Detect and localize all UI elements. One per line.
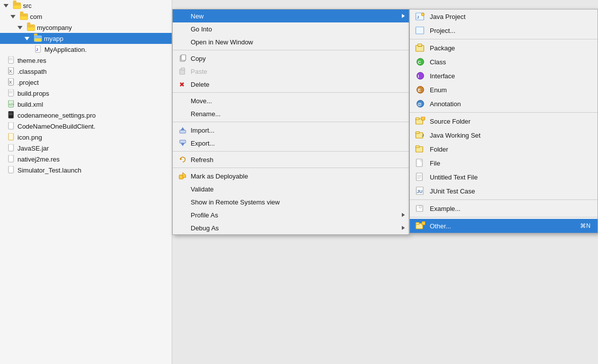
submenu-item-java-project[interactable]: J Java Project xyxy=(410,9,598,23)
file-icon-codenameone xyxy=(7,111,16,119)
submenu-label-interface: Interface xyxy=(430,72,455,80)
move-icon xyxy=(178,96,188,105)
triangle-mycompany xyxy=(16,23,25,31)
svg-rect-25 xyxy=(181,68,185,70)
label-nativej2me: nativej2me.res xyxy=(17,156,60,163)
file-icon-build-xml: </> xyxy=(7,100,16,108)
menu-item-open-window[interactable]: Open in New Window xyxy=(173,35,409,48)
submenu-item-class[interactable]: C Class xyxy=(410,55,598,69)
menu-label-open-window: Open in New Window xyxy=(191,38,253,46)
svg-rect-53 xyxy=(416,132,419,134)
submenu-item-enum[interactable]: E Enum xyxy=(410,83,598,97)
menu-sep-1 xyxy=(173,50,409,50)
export-icon xyxy=(178,139,188,148)
submenu-arrow-new xyxy=(402,14,405,18)
menu-item-mark-deployable[interactable]: Mark as Deployable xyxy=(173,170,409,182)
project-icon xyxy=(415,25,426,35)
tree-item-codenameclient[interactable]: CodeNameOneBuildClient. xyxy=(0,121,172,132)
tree-item-build-props[interactable]: build.props xyxy=(0,88,172,99)
submenu-item-file[interactable]: File xyxy=(410,156,598,170)
tree-item-build-xml[interactable]: </> build.xml xyxy=(0,99,172,110)
svg-marker-28 xyxy=(181,127,185,130)
menu-item-validate[interactable]: Validate xyxy=(173,182,409,195)
menu-label-refresh: Refresh xyxy=(191,156,214,164)
file-icon-javase xyxy=(7,144,16,152)
tree-item-myapplication[interactable]: J MyApplication. xyxy=(0,44,172,55)
file-icon-myapplication: J xyxy=(34,45,43,53)
submenu-item-folder[interactable]: Folder xyxy=(410,142,598,156)
submenu-label-untitled-text: Untitled Text File xyxy=(430,174,478,181)
file-icon-simulator xyxy=(7,166,16,174)
tree-item-mycompany[interactable]: mycompany xyxy=(0,22,172,33)
other-icon xyxy=(415,221,426,231)
submenu-item-project[interactable]: Project... xyxy=(410,23,598,37)
menu-item-show-remote[interactable]: Show in Remote Systems view xyxy=(173,195,409,208)
sub-sep-1 xyxy=(410,39,598,39)
menu-item-refresh[interactable]: Refresh xyxy=(173,153,409,166)
submenu-item-annotation[interactable]: @ Annotation xyxy=(410,97,598,111)
file-icon-theme xyxy=(7,56,16,64)
tree-item-codenameone[interactable]: codenameone_settings.pro xyxy=(0,110,172,121)
tree-item-project[interactable]: X .project xyxy=(0,77,172,88)
menu-sep-5 xyxy=(173,168,409,168)
menu-item-delete[interactable]: ✖ Delete xyxy=(173,78,409,91)
svg-text:JU: JU xyxy=(417,189,423,194)
submenu-item-java-working-set[interactable]: J Java Working Set xyxy=(410,128,598,142)
submenu-label-other: Other... xyxy=(430,222,451,230)
tree-item-simulator[interactable]: Simulator_Test.launch xyxy=(0,165,172,176)
tree-item-src[interactable]: src xyxy=(0,0,172,11)
go-into-icon xyxy=(178,24,188,33)
menu-label-delete: Delete xyxy=(191,81,210,88)
menu-item-debug-as[interactable]: Debug As xyxy=(173,221,409,234)
untitled-text-icon xyxy=(415,172,426,182)
menu-item-rename[interactable]: Rename... xyxy=(173,107,409,120)
menu-item-paste[interactable]: Paste xyxy=(173,65,409,78)
sub-sep-2 xyxy=(410,112,598,113)
submenu-item-junit[interactable]: JU JUnit Test Case xyxy=(410,184,598,198)
submenu-item-example[interactable]: Example... xyxy=(410,201,598,215)
label-codenameclient: CodeNameOneBuildClient. xyxy=(17,123,95,130)
tree-item-nativej2me[interactable]: nativej2me.res xyxy=(0,154,172,165)
submenu-item-untitled-text[interactable]: Untitled Text File xyxy=(410,170,598,184)
menu-label-new: New xyxy=(191,12,204,20)
label-theme: theme.res xyxy=(17,57,46,64)
submenu-item-interface[interactable]: I Interface xyxy=(410,69,598,83)
profile-as-icon xyxy=(178,210,188,219)
submenu-item-package[interactable]: Package xyxy=(410,41,598,55)
menu-item-export[interactable]: Export... xyxy=(173,137,409,150)
sub-sep-3 xyxy=(410,199,598,200)
label-icon-png: icon.png xyxy=(17,134,42,141)
mark-deployable-icon xyxy=(178,172,188,181)
menu-item-profile-as[interactable]: Profile As xyxy=(173,208,409,221)
tree-item-icon-png[interactable]: icon.png xyxy=(0,132,172,143)
tree-item-myapp[interactable]: myapp xyxy=(0,33,172,44)
menu-label-validate: Validate xyxy=(191,185,214,193)
svg-text:I: I xyxy=(418,74,419,79)
enum-icon: E xyxy=(415,85,426,95)
menu-item-copy[interactable]: Copy xyxy=(173,52,409,65)
context-menu: New Go Into Open in New Window Copy Past… xyxy=(172,9,409,235)
submenu-item-source-folder[interactable]: Source Folder xyxy=(410,114,598,128)
open-window-icon xyxy=(178,37,188,46)
svg-rect-19 xyxy=(8,144,13,151)
tree-item-com[interactable]: com xyxy=(0,11,172,22)
submenu-item-other[interactable]: Other... ⌘N xyxy=(410,219,598,233)
svg-text:X: X xyxy=(9,69,12,74)
menu-item-import[interactable]: Import... xyxy=(173,124,409,137)
new-icon xyxy=(178,11,188,20)
tree-item-javase[interactable]: JavaSE.jar xyxy=(0,143,172,154)
folder-icon-com xyxy=(19,12,28,20)
menu-item-new[interactable]: New xyxy=(173,9,409,22)
tree-item-theme[interactable]: theme.res xyxy=(0,55,172,66)
menu-item-move[interactable]: Move... xyxy=(173,94,409,107)
submenu-label-class: Class xyxy=(430,58,446,66)
svg-marker-30 xyxy=(181,143,185,146)
label-src: src xyxy=(23,2,31,9)
menu-sep-4 xyxy=(173,151,409,152)
menu-label-import: Import... xyxy=(191,127,215,134)
menu-label-go-into: Go Into xyxy=(191,25,212,33)
menu-item-go-into[interactable]: Go Into xyxy=(173,22,409,35)
tree-item-classpath[interactable]: X .classpath xyxy=(0,66,172,77)
rename-icon xyxy=(178,109,188,118)
submenu-label-example: Example... xyxy=(430,205,460,212)
